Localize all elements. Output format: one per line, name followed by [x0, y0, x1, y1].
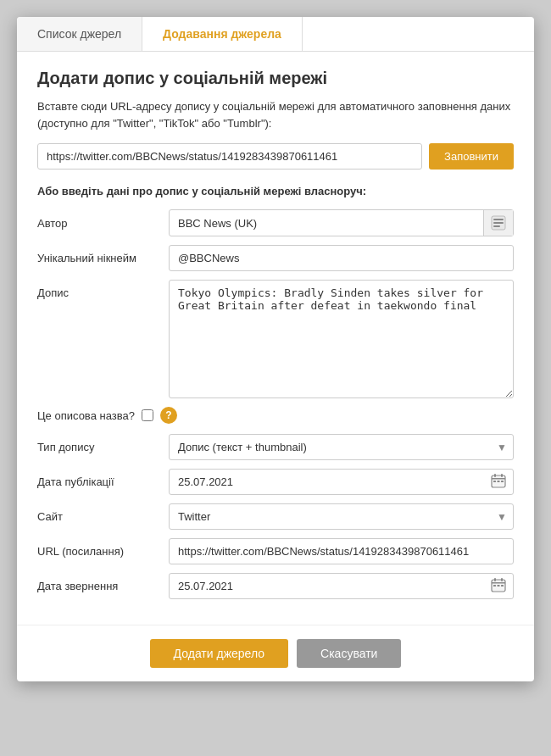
svg-rect-13 — [494, 578, 496, 581]
svg-rect-3 — [493, 225, 500, 227]
post-row: Допис Tokyo Olympics: Bradly Sinden take… — [37, 280, 514, 398]
nickname-input[interactable] — [169, 245, 514, 271]
author-input-wrap — [169, 209, 514, 236]
svg-rect-1 — [493, 219, 504, 220]
svg-rect-10 — [501, 481, 504, 482]
access-date-row: Дата звернення — [37, 573, 514, 599]
post-type-row: Тип допису Допис (текст + thumbnail) Доп… — [37, 434, 514, 460]
tab-list[interactable]: Список джерел — [17, 17, 142, 51]
fill-button[interactable]: Заповнити — [429, 143, 514, 170]
url-input[interactable] — [37, 143, 422, 170]
pub-date-calendar-button[interactable] — [484, 470, 513, 494]
access-date-input[interactable] — [170, 574, 484, 598]
site-select-wrap: Twitter TikTok Tumblr Instagram Facebook… — [169, 503, 514, 530]
descriptive-checkbox[interactable] — [142, 409, 153, 421]
post-type-label: Тип допису — [37, 441, 169, 453]
site-label: Сайт — [37, 510, 169, 523]
svg-rect-6 — [494, 474, 496, 477]
access-date-calendar-button[interactable] — [484, 574, 513, 598]
url-field-row: URL (посилання) — [37, 538, 514, 564]
author-label: Автор — [37, 217, 169, 230]
site-select[interactable]: Twitter TikTok Tumblr Instagram Facebook — [169, 503, 514, 530]
svg-rect-12 — [492, 582, 505, 584]
cancel-button[interactable]: Скасувати — [297, 639, 401, 668]
add-source-button[interactable]: Додати джерело — [150, 639, 288, 668]
access-date-wrap — [169, 573, 514, 599]
nickname-row: Унікальний нікнейм — [37, 245, 514, 271]
svg-rect-2 — [493, 222, 504, 224]
author-row: Автор — [37, 209, 514, 236]
svg-rect-9 — [498, 481, 500, 482]
author-icon-button[interactable] — [483, 210, 513, 236]
form-content: Додати допис у соціальній мережі Вставте… — [17, 52, 534, 625]
author-input[interactable] — [170, 211, 483, 236]
nickname-label: Унікальний нікнейм — [37, 252, 169, 264]
svg-rect-17 — [501, 585, 504, 586]
post-textarea[interactable]: Tokyo Olympics: Bradly Sinden takes silv… — [169, 280, 514, 398]
pub-date-input[interactable] — [170, 470, 484, 494]
svg-rect-15 — [493, 585, 496, 586]
svg-rect-16 — [498, 585, 500, 586]
url-description: Вставте сюди URL-адресу допису у соціаль… — [37, 98, 514, 131]
tab-add[interactable]: Додавання джерела — [142, 17, 303, 51]
access-date-label: Дата звернення — [37, 580, 169, 592]
svg-rect-14 — [501, 578, 503, 581]
svg-rect-7 — [501, 474, 503, 477]
descriptive-label: Це описова назва? — [37, 409, 135, 422]
url-row: Заповнити — [37, 143, 514, 170]
pub-date-label: Дата публікації — [37, 475, 169, 488]
tabs-bar: Список джерел Додавання джерела — [17, 17, 534, 52]
descriptive-row: Це описова назва? ? — [37, 407, 514, 424]
pub-date-wrap — [169, 469, 514, 495]
post-label: Допис — [37, 280, 169, 299]
page-title: Додати допис у соціальній мережі — [37, 69, 514, 88]
svg-rect-8 — [493, 481, 496, 482]
help-icon[interactable]: ? — [160, 407, 177, 424]
post-type-select-wrap: Допис (текст + thumbnail) Допис (тільки … — [169, 434, 514, 460]
url-field-input[interactable] — [169, 538, 514, 564]
site-row: Сайт Twitter TikTok Tumblr Instagram Fac… — [37, 503, 514, 530]
pub-date-row: Дата публікації — [37, 469, 514, 495]
modal-container: Список джерел Додавання джерела Додати д… — [17, 17, 534, 681]
svg-rect-5 — [492, 478, 505, 480]
url-field-label: URL (посилання) — [37, 545, 169, 558]
post-type-select[interactable]: Допис (текст + thumbnail) Допис (тільки … — [169, 434, 514, 460]
footer-buttons: Додати джерело Скасувати — [17, 625, 534, 681]
manual-section-label: Або введіть дані про допис у соціальній … — [37, 185, 514, 197]
